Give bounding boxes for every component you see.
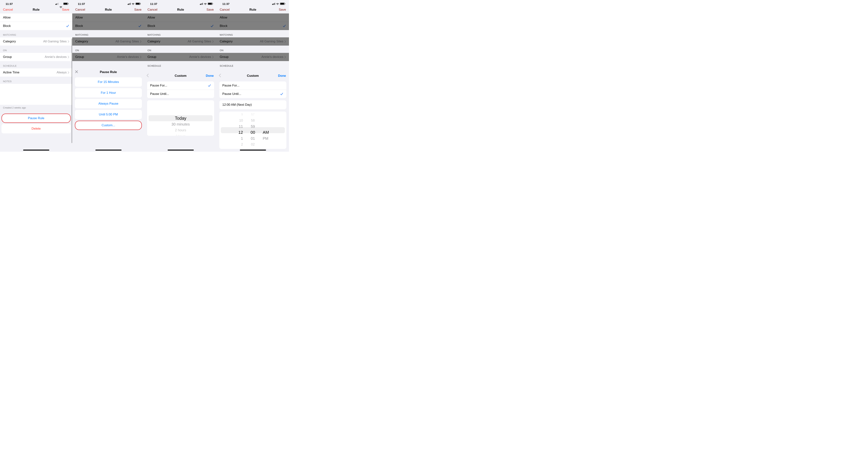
wifi-icon bbox=[59, 3, 62, 5]
until-time-label: 12:00 AM (Next Day) bbox=[219, 100, 286, 109]
screen-custom-pause-for: 11:37 Cancel Rule Save Allow Block MATCH… bbox=[145, 0, 217, 152]
group-row[interactable]: Group Annie's devices bbox=[0, 53, 72, 61]
screen-pause-rule-sheet: 11:37 Cancel Rule Save Allow Block MATCH… bbox=[72, 0, 145, 152]
status-bar: 11:37 bbox=[0, 0, 72, 6]
nav-bar: Cancel Rule Save bbox=[72, 6, 145, 13]
chevron-right-icon bbox=[68, 56, 69, 58]
notes-header: NOTES bbox=[0, 77, 72, 84]
custom-sheet: Custom Done Pause For... Pause Until... … bbox=[217, 72, 289, 152]
pause-until-row[interactable]: Pause Until... bbox=[219, 90, 286, 98]
status-right bbox=[56, 3, 68, 5]
pause-rule-button[interactable]: Pause Rule bbox=[1, 114, 71, 123]
page-title: Rule bbox=[105, 8, 112, 11]
save-button[interactable]: Save bbox=[275, 8, 286, 11]
battery-icon bbox=[280, 3, 285, 5]
allow-row[interactable]: Allow bbox=[0, 13, 72, 22]
done-button[interactable]: Done bbox=[206, 74, 214, 78]
pause-for-row[interactable]: Pause For... bbox=[219, 81, 286, 90]
on-header: ON bbox=[0, 46, 72, 53]
status-time: 11:37 bbox=[78, 2, 85, 5]
checkmark-icon bbox=[283, 24, 286, 28]
active-time-row[interactable]: Active Time Always bbox=[0, 68, 72, 77]
status-time: 11:37 bbox=[6, 2, 13, 5]
pause-15min-button[interactable]: For 15 Minutes bbox=[75, 77, 142, 87]
group-label: Group bbox=[3, 55, 12, 59]
cell-signal-icon bbox=[200, 3, 203, 5]
block-row[interactable]: Block bbox=[72, 22, 145, 30]
battery-icon bbox=[135, 3, 141, 5]
sheet-title: Custom bbox=[247, 74, 259, 78]
group-row[interactable]: Group Annie's devices bbox=[72, 53, 145, 61]
wifi-icon bbox=[132, 3, 134, 5]
category-label: Category bbox=[3, 39, 16, 43]
active-time-label: Active Time bbox=[3, 70, 20, 74]
page-title: Rule bbox=[33, 8, 39, 11]
chevron-right-icon bbox=[68, 40, 69, 43]
category-row[interactable]: Category All Gaming Sites bbox=[0, 37, 72, 46]
category-row[interactable]: Category All Gaming Sites bbox=[72, 37, 145, 46]
created-label: Created 2 weeks ago bbox=[0, 105, 72, 112]
screen-custom-pause-until: 11:37 Cancel Rule Save Allow Block MATCH… bbox=[217, 0, 289, 152]
active-time-value: Always bbox=[57, 70, 67, 74]
delete-label: Delete bbox=[32, 127, 41, 131]
save-button[interactable]: Save bbox=[203, 8, 214, 11]
checkmark-icon bbox=[208, 84, 211, 87]
pause-rule-label: Pause Rule bbox=[28, 116, 44, 120]
checkmark-icon bbox=[210, 24, 214, 28]
schedule-header: SCHEDULE bbox=[0, 61, 72, 68]
notes-textarea[interactable] bbox=[0, 84, 72, 105]
wifi-icon bbox=[276, 3, 279, 5]
chevron-right-icon bbox=[68, 72, 69, 74]
home-indicator[interactable] bbox=[240, 150, 266, 150]
pause-1hour-button[interactable]: For 1 Hour bbox=[75, 88, 142, 97]
home-indicator[interactable] bbox=[95, 150, 122, 150]
group-value: Annie's devices bbox=[44, 55, 67, 59]
chevron-right-icon bbox=[140, 56, 142, 58]
custom-sheet: Custom Done Pause For... Pause Until... … bbox=[145, 72, 217, 152]
home-indicator[interactable] bbox=[23, 150, 49, 150]
duration-picker[interactable]: Today 30 minutes 2 hours 3 hours bbox=[147, 100, 214, 136]
category-value: All Gaming Sites bbox=[43, 39, 67, 43]
cancel-button[interactable]: Cancel bbox=[75, 8, 86, 11]
battery-icon bbox=[208, 3, 213, 5]
sheet-nav: Pause Rule bbox=[72, 67, 145, 76]
matching-header: MATCHING bbox=[0, 30, 72, 37]
cell-signal-icon bbox=[56, 3, 59, 5]
sheet-nav: Custom Done bbox=[145, 72, 217, 80]
save-button[interactable]: Save bbox=[58, 8, 69, 11]
sheet-title: Custom bbox=[175, 74, 186, 78]
pause-until-button[interactable]: Until 5:00 PM bbox=[75, 110, 142, 119]
allow-label: Allow bbox=[3, 16, 11, 20]
back-button[interactable] bbox=[146, 74, 149, 78]
cell-signal-icon bbox=[272, 3, 275, 5]
cancel-button[interactable]: Cancel bbox=[148, 8, 159, 11]
time-picker[interactable]: 9 10 11 12 1 2 3 57 58 59 00 01 02 03 bbox=[219, 112, 286, 149]
close-icon[interactable] bbox=[75, 70, 78, 74]
sheet-title: Pause Rule bbox=[100, 70, 117, 74]
block-row[interactable]: Block bbox=[0, 22, 72, 30]
chevron-right-icon bbox=[140, 40, 142, 43]
pause-custom-button[interactable]: Custom... bbox=[75, 121, 142, 130]
pause-always-button[interactable]: Always Pause bbox=[75, 99, 142, 108]
cell-signal-icon bbox=[128, 3, 131, 5]
pause-until-row[interactable]: Pause Until... bbox=[147, 90, 214, 98]
save-button[interactable]: Save bbox=[130, 8, 142, 11]
cancel-button[interactable]: Cancel bbox=[220, 8, 231, 11]
cancel-button[interactable]: Cancel bbox=[3, 8, 14, 11]
wifi-icon bbox=[204, 3, 207, 5]
back-button[interactable] bbox=[219, 74, 221, 78]
screen-rule-editor: 11:37 Cancel Rule Save Allow Block MATCH… bbox=[0, 0, 72, 152]
pause-for-row[interactable]: Pause For... bbox=[147, 81, 214, 90]
pause-rule-sheet: Pause Rule For 15 Minutes For 1 Hour Alw… bbox=[72, 67, 145, 152]
checkmark-icon bbox=[66, 24, 69, 28]
checkmark-icon bbox=[280, 92, 283, 96]
block-label: Block bbox=[3, 24, 11, 28]
done-button[interactable]: Done bbox=[278, 74, 286, 78]
checkmark-icon bbox=[138, 24, 142, 28]
allow-row[interactable]: Allow bbox=[72, 13, 145, 22]
battery-icon bbox=[63, 3, 68, 5]
home-indicator[interactable] bbox=[167, 150, 194, 150]
status-bar: 11:37 bbox=[72, 0, 145, 6]
status-bar: 11:37 bbox=[145, 0, 217, 6]
delete-button[interactable]: Delete bbox=[1, 124, 71, 133]
